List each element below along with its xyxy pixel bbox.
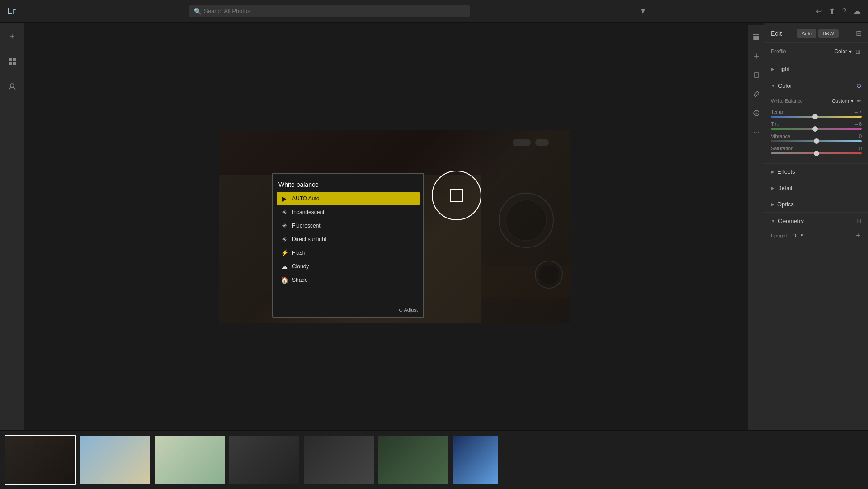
wb-item-flash[interactable]: ⚡ Flash (277, 246, 420, 260)
effects-section-header[interactable]: ▶ Effects (764, 164, 868, 180)
filmstrip-thumb-6[interactable] (377, 435, 449, 485)
wb-item-fluorescent[interactable]: ✳ Fluorescent (277, 219, 420, 233)
saturation-value: 0 (859, 146, 862, 151)
panel-options-button[interactable]: ⊞ (856, 29, 862, 38)
cloud-icon[interactable]: ☁ (854, 7, 861, 15)
wb-dropdown[interactable]: Custom ▾ (832, 98, 854, 104)
circle-inner (450, 189, 463, 202)
geometry-chevron-icon: ▼ (771, 218, 775, 223)
temp-value: – 7 (855, 109, 862, 114)
export-icon[interactable]: ⬆ (829, 7, 835, 15)
section-effects: ▶ Effects (764, 164, 868, 180)
wb-auto-label: AUTO Auto (292, 195, 319, 202)
saturation-slider-track[interactable] (771, 152, 862, 154)
wb-sun-label: Direct sunlight (292, 236, 326, 242)
light-chevron-icon: ▶ (771, 66, 774, 71)
section-color: ▼ Color ⊙ White Balance Custom ▾ ✒ (764, 77, 868, 164)
saturation-slider-thumb[interactable] (814, 151, 819, 156)
filmstrip-thumb-1-inner (5, 436, 75, 484)
wb-item-auto[interactable]: ▶ AUTO Auto (277, 192, 420, 205)
temp-label: Temp (771, 109, 783, 114)
edit-header: Edit Auto B&W ⊞ (764, 23, 868, 43)
filmstrip-thumb-3[interactable] (154, 435, 226, 485)
filmstrip-thumb-5[interactable] (303, 435, 375, 485)
filmstrip-thumb-2[interactable] (79, 435, 151, 485)
left-sidebar: ＋ (0, 23, 24, 430)
geometry-section-header[interactable]: ▼ Geometry ⊞ (764, 213, 868, 229)
optics-section-header[interactable]: ▶ Optics (764, 196, 868, 212)
wb-auto-icon: ▶ (280, 195, 288, 202)
wb-item-direct-sunlight[interactable]: ✳ Direct sunlight (277, 233, 420, 246)
tint-label-row: Tint – 6 (771, 121, 862, 127)
app-logo: Lr (7, 6, 16, 16)
geometry-section-label: Geometry (778, 218, 804, 224)
upright-dropdown[interactable]: Off ▾ (792, 233, 803, 238)
wb-dropdown-chevron-icon: ▾ (851, 98, 854, 104)
wb-incandescent-label: Incandescent (292, 209, 324, 215)
color-wheel-icon: ⊙ (856, 82, 862, 89)
sidebar-item-add[interactable]: ＋ (4, 28, 20, 44)
tint-slider-thumb[interactable] (812, 126, 818, 132)
edit-buttons: Auto B&W (797, 29, 839, 38)
color-section-header[interactable]: ▼ Color ⊙ (764, 77, 868, 94)
wb-value-text: Custom (832, 98, 849, 104)
camera-screen: White balance ▶ AUTO Auto ✳ Incandescent… (272, 173, 424, 318)
undo-icon[interactable]: ↩ (816, 7, 822, 15)
help-icon[interactable]: ? (842, 7, 846, 15)
color-section-label: Color (778, 82, 792, 89)
tint-label: Tint (771, 121, 779, 127)
optics-chevron-icon: ▶ (771, 202, 774, 207)
filmstrip-thumb-4[interactable] (228, 435, 300, 485)
detail-section-header[interactable]: ▶ Detail (764, 180, 868, 196)
vibrance-slider-row: Vibrance 0 (771, 133, 862, 142)
upright-chevron-icon: ▾ (801, 233, 803, 238)
filmstrip-thumb-5-inner (304, 436, 374, 484)
circle-overlay (432, 171, 481, 220)
wb-item-shade[interactable]: 🏠 Shade (277, 273, 420, 287)
svg-rect-2 (9, 62, 12, 65)
search-input[interactable] (189, 5, 470, 17)
vibrance-slider-thumb[interactable] (814, 138, 819, 144)
saturation-slider-row: Saturation 0 (771, 146, 862, 154)
color-section-content: White Balance Custom ▾ ✒ Temp – 7 (764, 94, 868, 163)
main-photo: White balance ▶ AUTO Auto ✳ Incandescent… (219, 130, 570, 323)
main-content: ＋ (0, 23, 868, 430)
filter-icon[interactable]: ▼ (639, 7, 646, 15)
section-geometry: ▼ Geometry ⊞ Upright Off ▾ ＋ (764, 213, 868, 245)
tint-slider-track[interactable] (771, 128, 862, 130)
temp-slider-row: Temp – 7 (771, 109, 862, 118)
detail-title-row: ▶ Detail (771, 185, 792, 191)
search-bar: 🔍 (189, 5, 470, 17)
optics-title-row: ▶ Optics (771, 201, 794, 208)
wb-fluorescent-label: Fluorescent (292, 223, 321, 229)
filmstrip-thumb-1[interactable] (5, 435, 76, 485)
vibrance-label: Vibrance (771, 133, 790, 139)
profile-value-text: Color (834, 48, 847, 55)
edit-title: Edit (771, 30, 782, 37)
profile-grid-button[interactable]: ⊞ (854, 47, 862, 56)
filmstrip-thumb-6-inner (378, 436, 448, 484)
effects-title-row: ▶ Effects (771, 168, 795, 175)
wb-item-incandescent[interactable]: ✳ Incandescent (277, 205, 420, 219)
temp-slider-thumb[interactable] (812, 114, 818, 119)
photo-area: White balance ▶ AUTO Auto ✳ Incandescent… (24, 23, 764, 430)
photo-bg: White balance ▶ AUTO Auto ✳ Incandescent… (219, 130, 570, 323)
wb-item-cloudy[interactable]: ☁ Cloudy (277, 260, 420, 273)
filmstrip-thumb-7[interactable] (452, 435, 499, 485)
auto-button[interactable]: Auto (797, 29, 816, 38)
vibrance-slider-track[interactable] (771, 140, 862, 142)
temp-slider-track[interactable] (771, 116, 862, 118)
profile-dropdown[interactable]: Color ▾ (834, 48, 852, 55)
wb-cloudy-label: Cloudy (292, 263, 309, 270)
sidebar-item-people[interactable] (4, 79, 20, 95)
bw-button[interactable]: B&W (818, 29, 839, 38)
wb-row-label: White Balance (771, 98, 803, 104)
filmstrip-thumb-2-inner (80, 436, 150, 484)
section-detail: ▶ Detail (764, 180, 868, 196)
sidebar-item-library[interactable] (4, 53, 20, 70)
eyedropper-button[interactable]: ✒ (856, 97, 862, 104)
geometry-add-button[interactable]: ＋ (854, 231, 862, 240)
light-section-header[interactable]: ▶ Light (764, 61, 868, 77)
wb-menu-title: White balance (277, 181, 420, 188)
tint-slider-row: Tint – 6 (771, 121, 862, 130)
